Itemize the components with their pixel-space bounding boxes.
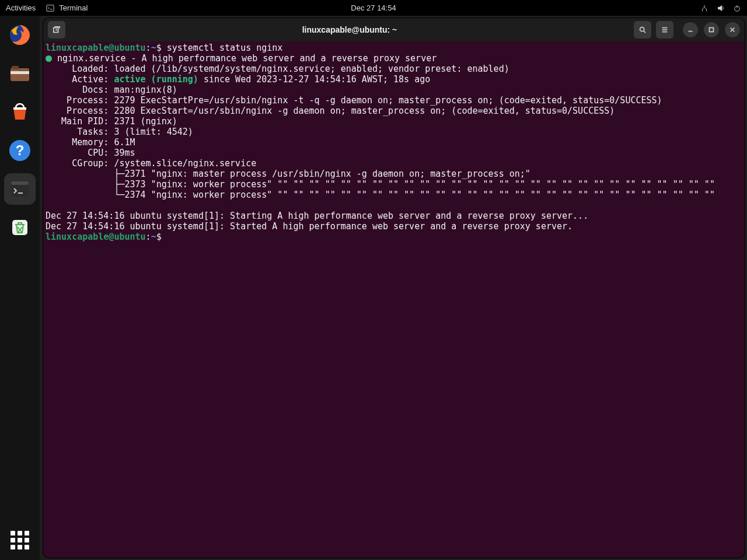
active-state: active (running) bbox=[114, 74, 198, 85]
new-tab-button[interactable] bbox=[48, 21, 65, 38]
clock[interactable]: Dec 27 14:54 bbox=[351, 4, 396, 12]
cgroup-tree-line: └─2374 "nginx: worker process" "" "" "" … bbox=[46, 190, 715, 200]
svg-rect-3 bbox=[11, 68, 29, 81]
app-menu[interactable]: Terminal bbox=[46, 4, 88, 12]
terminal-icon bbox=[46, 4, 54, 12]
memory-line: Memory: 6.1M bbox=[46, 137, 135, 148]
app-menu-label: Terminal bbox=[59, 4, 88, 12]
svg-rect-14 bbox=[710, 28, 714, 32]
loaded-line: Loaded: loaded (/lib/systemd/system/ngin… bbox=[46, 64, 509, 74]
svg-rect-4 bbox=[11, 71, 29, 74]
search-button[interactable] bbox=[634, 21, 651, 38]
svg-rect-5 bbox=[12, 66, 19, 69]
service-line: nginx.service - A high performance web s… bbox=[52, 53, 437, 64]
terminal-window: linuxcapable@ubuntu: ~ linuxcapa bbox=[43, 18, 745, 558]
docs-line: Docs: man:nginx(8) bbox=[46, 85, 177, 95]
dock-terminal[interactable] bbox=[4, 173, 36, 205]
prompt-userhost: linuxcapable@ubuntu bbox=[46, 43, 146, 53]
dock-files[interactable] bbox=[4, 58, 36, 89]
titlebar: linuxcapable@ubuntu: ~ bbox=[43, 18, 745, 41]
dock-software[interactable] bbox=[4, 96, 36, 128]
svg-point-13 bbox=[640, 27, 644, 32]
volume-icon[interactable] bbox=[717, 4, 725, 12]
svg-text:?: ? bbox=[16, 142, 25, 158]
svg-rect-0 bbox=[47, 5, 54, 11]
mainpid-line: Main PID: 2371 (nginx) bbox=[46, 116, 177, 127]
prompt-userhost: linuxcapable@ubuntu bbox=[46, 232, 146, 242]
process-line: Process: 2280 ExecStart=/usr/sbin/nginx … bbox=[46, 106, 615, 116]
svg-rect-10 bbox=[11, 181, 29, 185]
cgroup-tree-line: ├─2373 "nginx: worker process" "" "" "" … bbox=[46, 179, 715, 190]
process-line: Process: 2279 ExecStartPre=/usr/sbin/ngi… bbox=[46, 95, 662, 106]
cgroup-line: CGroup: /system.slice/nginx.service bbox=[46, 158, 256, 169]
maximize-button[interactable] bbox=[704, 22, 719, 37]
dock-firefox[interactable] bbox=[4, 19, 36, 51]
journal-line: Dec 27 14:54:16 ubuntu systemd[1]: Start… bbox=[46, 221, 573, 232]
prompt-path: ~ bbox=[151, 232, 156, 242]
terminal-output[interactable]: linuxcapable@ubuntu:~$ systemctl status … bbox=[43, 41, 745, 244]
power-icon[interactable] bbox=[733, 4, 741, 12]
dock: ? bbox=[0, 16, 40, 560]
window-title: linuxcapable@ubuntu: ~ bbox=[70, 25, 629, 34]
dock-help[interactable]: ? bbox=[4, 135, 36, 166]
prompt-path: ~ bbox=[151, 43, 156, 53]
tasks-line: Tasks: 3 (limit: 4542) bbox=[46, 127, 193, 137]
hamburger-menu-button[interactable] bbox=[656, 21, 673, 38]
activities-button[interactable]: Activities bbox=[6, 4, 36, 12]
terminal-scroll-area[interactable]: linuxcapable@ubuntu:~$ systemctl status … bbox=[43, 41, 745, 558]
status-dot-icon bbox=[46, 55, 52, 62]
gnome-topbar: Activities Terminal Dec 27 14:54 bbox=[0, 0, 747, 16]
journal-line: Dec 27 14:54:16 ubuntu systemd[1]: Start… bbox=[46, 211, 588, 221]
cgroup-tree-line: ├─2371 "nginx: master process /usr/sbin/… bbox=[46, 169, 530, 179]
svg-rect-6 bbox=[13, 107, 26, 110]
minimize-button[interactable] bbox=[683, 22, 698, 37]
show-applications-button[interactable] bbox=[11, 531, 29, 550]
close-button[interactable] bbox=[725, 22, 740, 37]
network-icon[interactable] bbox=[700, 4, 708, 12]
dock-trash[interactable] bbox=[4, 212, 36, 243]
cpu-line: CPU: 39ms bbox=[46, 148, 135, 158]
command-text: systemctl status nginx bbox=[167, 43, 283, 53]
